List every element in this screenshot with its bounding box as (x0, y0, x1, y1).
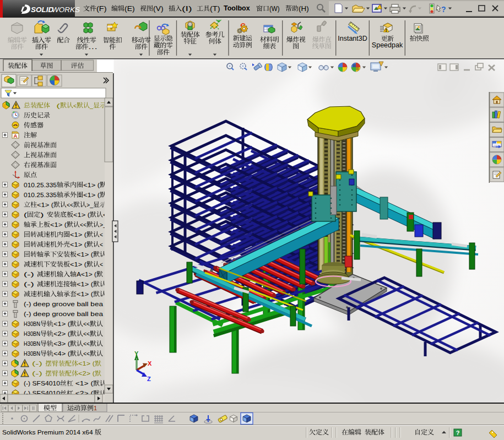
svg-text:<1> (: <1> ( (50, 221, 67, 228)
svg-text:H30BN: H30BN (24, 340, 40, 347)
svg-text:<<: << (83, 350, 90, 357)
svg-text:<3> (: <3> ( (53, 340, 71, 347)
svg-text:(V): (V) (153, 5, 164, 13)
svg-text:<4> (: <4> ( (53, 350, 71, 357)
svg-text:<1> (: <1> ( (53, 321, 71, 327)
svg-text:H30BN: H30BN (24, 350, 40, 357)
svg-text:(W): (W) (269, 5, 280, 13)
svg-text:Speedpak: Speedpak (372, 41, 403, 49)
svg-text:Z: Z (147, 376, 151, 382)
svg-text:010.25.335: 010.25.335 (24, 192, 57, 198)
svg-text:SOLID: SOLID (31, 6, 54, 14)
svg-text:<1> (: <1> ( (78, 360, 95, 367)
svg-text:(E): (E) (124, 5, 135, 13)
svg-text:<: < (100, 241, 103, 248)
svg-text:SolidWorks Premium 2014 x64: SolidWorks Premium 2014 x64 (2, 429, 95, 436)
svg-text:(H): (H) (299, 5, 309, 13)
svg-text:?: ? (441, 5, 446, 14)
svg-text:<1> (: <1> ( (37, 202, 54, 208)
svg-text:<1> (: <1> ( (77, 281, 94, 287)
svg-text:<1> (: <1> ( (70, 231, 87, 238)
svg-text:<<: << (67, 202, 73, 208)
svg-text:(I): (I) (182, 5, 192, 13)
svg-text:<1> (: <1> ( (77, 291, 94, 297)
svg-text:(-) deep groove ball bea: (-) deep groove ball bea (24, 311, 103, 317)
svg-text:(-) deep groove ball bea: (-) deep groove ball bea (24, 301, 103, 307)
svg-text:Y: Y (134, 350, 139, 357)
svg-text:<2> (: <2> ( (78, 370, 95, 377)
svg-text:(-): (-) (32, 370, 45, 377)
svg-text:<: < (100, 261, 103, 268)
svg-text:(: ( (50, 102, 61, 109)
svg-text:Instant3D: Instant3D (338, 35, 367, 42)
svg-text:(T): (T) (210, 5, 220, 13)
svg-text:<: < (73, 102, 77, 109)
svg-text:(F): (F) (96, 5, 107, 13)
svg-text:WORKS: WORKS (52, 6, 80, 14)
svg-text:<1> (: <1> ( (77, 251, 94, 258)
svg-text:<1> (: <1> ( (70, 261, 87, 268)
svg-text:!: ! (386, 28, 387, 33)
svg-text:<: < (100, 231, 103, 238)
svg-text:010.25.335: 010.25.335 (24, 182, 57, 188)
svg-text:<1> (: <1> ( (83, 182, 100, 188)
svg-text:(-): (-) (32, 360, 45, 367)
svg-text:(: ( (24, 211, 28, 218)
svg-text:<<: << (83, 321, 90, 327)
svg-text:(-) SFS4010: (-) SFS4010 (24, 380, 60, 387)
svg-text:<<: << (83, 330, 90, 337)
svg-text:): ) (40, 211, 47, 218)
svg-text:A: A (14, 133, 18, 139)
svg-text:<1> (: <1> ( (70, 241, 87, 248)
svg-text:Toolbox: Toolbox (224, 4, 250, 12)
svg-text:<<: << (80, 221, 86, 228)
svg-text:<2> (: <2> ( (53, 330, 71, 337)
svg-text:1: 1 (94, 405, 97, 411)
svg-text:>_: >_ (86, 202, 93, 208)
svg-text:(-): (-) (24, 271, 37, 278)
svg-text:A<1> (: A<1> ( (77, 271, 97, 278)
svg-text:...: ... (88, 44, 97, 50)
svg-text:H30BN: H30BN (24, 321, 40, 327)
svg-text:_: _ (89, 102, 93, 109)
svg-text:H30BN: H30BN (24, 330, 40, 337)
svg-text:?: ? (456, 430, 460, 436)
svg-text:<1> (: <1> ( (83, 192, 100, 198)
svg-text:(-): (-) (24, 281, 37, 287)
svg-text:X: X (148, 360, 152, 367)
svg-text:<<: << (83, 340, 90, 347)
svg-text:<1> (: <1> ( (73, 211, 90, 218)
svg-text:<1> (: <1> ( (73, 380, 94, 387)
